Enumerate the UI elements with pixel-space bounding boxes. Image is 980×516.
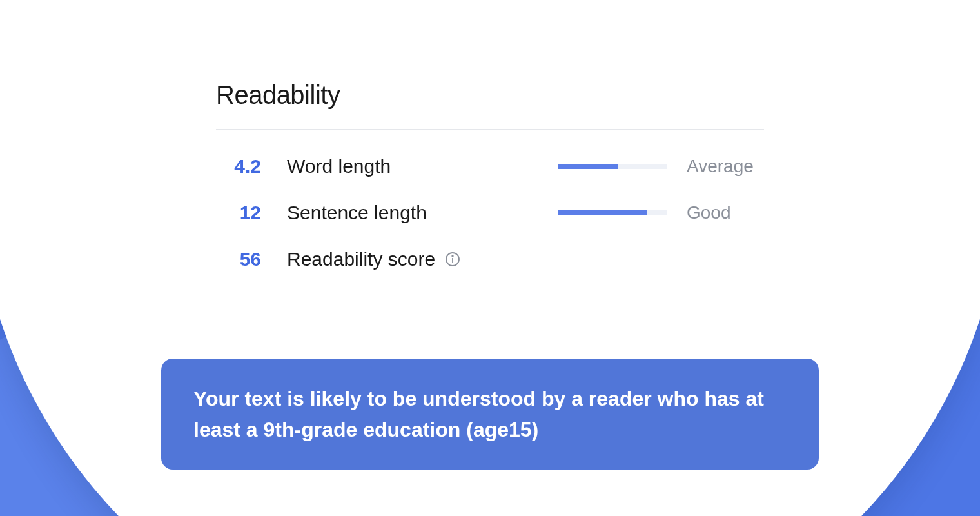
metric-value: 56 <box>216 248 287 270</box>
metric-label-text: Readability score <box>287 248 435 270</box>
summary-banner: Your text is likely to be understood by … <box>161 359 819 470</box>
card-title: Readability <box>216 81 764 110</box>
metric-label: Readability score <box>287 248 764 270</box>
readability-card: Readability 4.2 Word length Average 12 S… <box>161 42 819 339</box>
metric-value: 12 <box>216 202 287 224</box>
svg-point-2 <box>452 255 453 257</box>
progress-track <box>558 164 667 169</box>
metric-row-word-length: 4.2 Word length Average <box>216 155 764 177</box>
divider <box>216 129 764 130</box>
readability-card-wrapper: Readability 4.2 Word length Average 12 S… <box>161 42 819 339</box>
metric-row-readability-score: 56 Readability score <box>216 248 764 270</box>
info-icon[interactable] <box>445 252 460 267</box>
progress-track <box>558 210 667 215</box>
progress-fill <box>558 210 647 215</box>
metric-row-sentence-length: 12 Sentence length Good <box>216 202 764 224</box>
metric-label: Word length <box>287 155 558 177</box>
metric-rating: Good <box>687 203 764 223</box>
metric-value: 4.2 <box>216 155 287 177</box>
metric-label: Sentence length <box>287 202 558 224</box>
progress-fill <box>558 164 618 169</box>
metric-rating: Average <box>687 156 764 177</box>
